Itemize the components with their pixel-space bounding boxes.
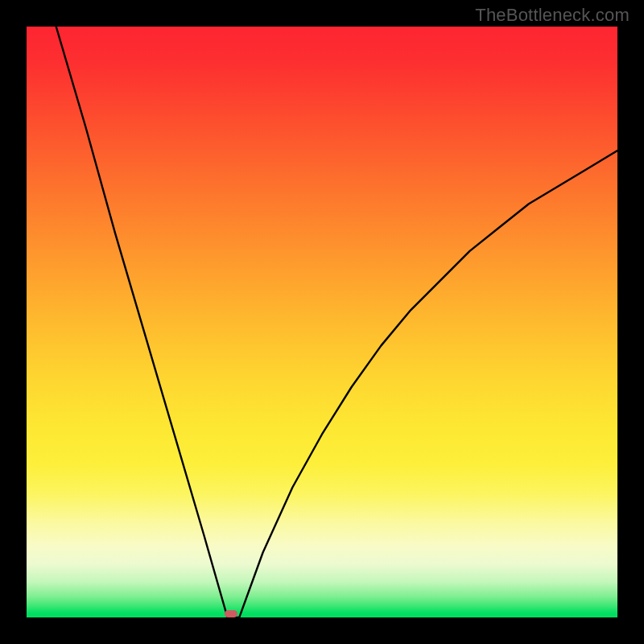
watermark-text: TheBottleneck.com	[475, 5, 630, 26]
curve-path	[27, 27, 617, 617]
min-marker	[225, 610, 237, 617]
bottleneck-curve	[27, 27, 617, 617]
plot-area	[27, 27, 617, 617]
chart-frame: TheBottleneck.com	[0, 0, 644, 644]
